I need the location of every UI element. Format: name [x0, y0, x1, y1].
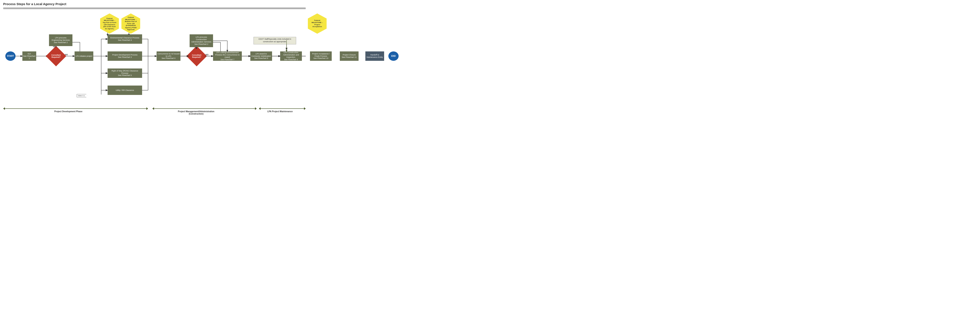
- lpa-initiates-box: LPA initiates project: [75, 51, 93, 61]
- federal-milestone-1: Federal MILESTONE – Top Part of Form 128…: [100, 13, 119, 34]
- flowchart: START IGA See Flowchart 1 Consultant Req…: [3, 11, 306, 103]
- concurrence-box: Concurrence to Ad Issued to LPA See Flow…: [157, 51, 180, 61]
- start-oval: START: [5, 51, 16, 61]
- video-tag: Video 0.1: [77, 94, 88, 97]
- lpa-const-admin-services-box: LPA procures Construction Administration…: [189, 34, 213, 47]
- dev-phase-arrowhead-right: [146, 107, 148, 110]
- maint-phase-arrow: [259, 107, 306, 110]
- lpa-const-admin-insp-box: LPA Construction Administration and Insp…: [280, 51, 302, 61]
- iga-box: IGA See Flowchart 1: [22, 51, 36, 61]
- proj-closure-box: Project Closure See Flowchart 11: [340, 51, 358, 61]
- utility-box: Utility / RR Clearance: [108, 86, 142, 95]
- mgmt-phase-line: [154, 108, 255, 109]
- top-bar: [3, 8, 306, 9]
- proj-dev-box: Project Development Process See Flowchar…: [108, 51, 142, 61]
- federal-milestone-2: Federal MILESTONE – Bottom Part of Form …: [121, 13, 140, 34]
- lpa-award-box: LPA award to Contractor Mobilization See…: [250, 51, 272, 61]
- cdot-box: CDOT Staff/Specialty Units included in c…: [253, 37, 296, 44]
- maint-phase-line: [261, 108, 304, 109]
- maint-phase-label: LPA Project Maintenance: [267, 110, 293, 113]
- no-label-2: NO: [205, 54, 208, 56]
- maint-phase-arrowhead-left: [259, 107, 261, 110]
- consultant-diamond-1: Consultant Required?: [48, 49, 64, 64]
- page-title: Process Steps for a Local Agency Project: [3, 2, 306, 6]
- lpa-letting-box: LPA Letting/Advertisement Process thru C…: [213, 51, 242, 61]
- dev-phase-arrowhead-left: [3, 107, 5, 110]
- maint-phase-arrowhead-right: [304, 107, 306, 110]
- env-clearance-box: Environmental Clearance Process See Flow…: [108, 34, 142, 44]
- dev-phase-arrow: [3, 107, 148, 110]
- federal-milestone-3: Federal MILESTONE – Project Acceptance: [308, 13, 326, 34]
- handoff-box: Handoff to Maintenance Entity: [365, 51, 384, 61]
- proj-acceptance-box: Project Acceptance / Finals Process See …: [310, 51, 332, 61]
- mgmt-phase-arrowhead-right: [255, 107, 257, 110]
- bottom-phase-section: Project Development Phase Project Manage…: [3, 106, 306, 114]
- row-clearance-box: Right of Way (ROW) Clearance Process See…: [108, 69, 142, 78]
- consultant-diamond-2: Consultant Required?: [189, 49, 205, 64]
- mgmt-phase-arrow: [152, 107, 257, 110]
- no-label-1: NO: [65, 54, 68, 56]
- dev-phase-line: [5, 108, 146, 109]
- dev-phase-label: Project Development Phase: [54, 110, 83, 113]
- mgmt-phase-arrowhead-left: [152, 107, 154, 110]
- page-container: Process Steps for a Local Agency Project: [0, 0, 309, 118]
- end-oval: END: [388, 51, 399, 61]
- mgmt-phase-label: Project Management/Administration (Const…: [178, 110, 214, 115]
- lpa-eng-box: LPA procures Engineering Services See Fl…: [49, 34, 72, 46]
